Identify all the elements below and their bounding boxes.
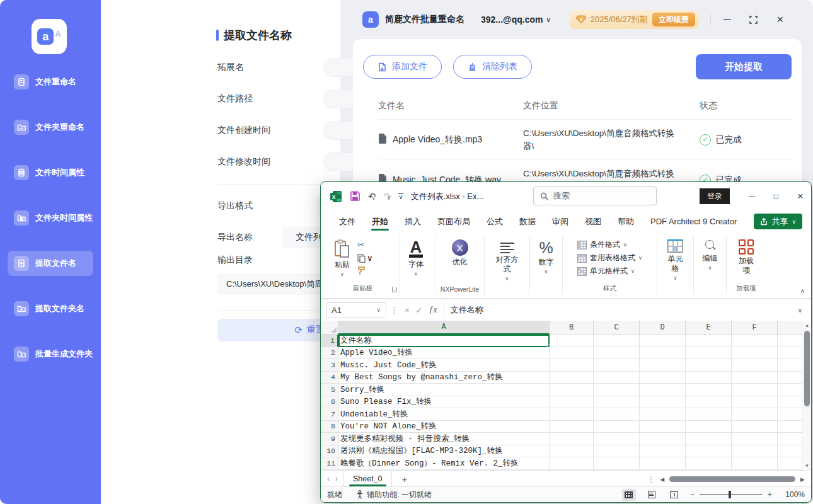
cut-button[interactable]: ✂ — [357, 240, 373, 249]
renew-button[interactable]: 立即续费 — [652, 13, 695, 26]
login-button[interactable]: 登录 — [700, 188, 730, 204]
cell-C5[interactable] — [594, 384, 640, 396]
cell-F1[interactable] — [732, 335, 778, 347]
font-button[interactable]: A 字体 ∨ — [404, 238, 428, 294]
tab-开始[interactable]: 开始 — [364, 210, 396, 232]
cell-E8[interactable] — [686, 421, 732, 433]
ribbon-collapse-icon[interactable]: ∧ — [800, 287, 805, 294]
sidebar-item-file-rename[interactable]: 文件重命名 — [8, 69, 93, 94]
start-extract-button[interactable]: 开始提取 — [696, 54, 792, 79]
cell-B11[interactable] — [550, 457, 594, 470]
copy-button[interactable]: ∨ — [357, 253, 373, 263]
cell-E1[interactable] — [686, 335, 732, 347]
row-header-11[interactable]: 11 — [321, 457, 338, 470]
cell-E11[interactable] — [686, 457, 732, 470]
cell-A9[interactable]: 发现更多精彩视频 - 抖音搜索_转换 — [338, 433, 550, 445]
cell-F11[interactable] — [732, 457, 778, 470]
cell-A8[interactable]: You're NOT Alone_转换 — [338, 421, 550, 433]
cell-B1[interactable] — [550, 335, 594, 347]
sheet-tab[interactable]: Sheet_0 — [343, 471, 392, 488]
scroll-down-icon[interactable]: ▼ — [802, 461, 812, 470]
cell-E2[interactable] — [686, 347, 732, 360]
cell-E6[interactable] — [686, 396, 732, 409]
sidebar-item-batch-create-folder[interactable]: 批量生成文件夹 — [8, 341, 93, 367]
name-box[interactable]: A1 ∨ — [326, 302, 386, 318]
sidebar-item-file-time[interactable]: 文件时间属性 — [8, 160, 93, 185]
dialog-launcher-icon[interactable] — [392, 287, 398, 292]
cell-D3[interactable] — [640, 359, 686, 372]
tab-审阅[interactable]: 审阅 — [544, 210, 577, 232]
cell-B10[interactable] — [550, 445, 594, 458]
tab-数据[interactable]: 数据 — [511, 210, 544, 232]
cell-D9[interactable] — [640, 433, 686, 445]
cell-A6[interactable]: Suno Please Fix_转换 — [338, 396, 550, 409]
cell-E7[interactable] — [686, 408, 732, 421]
vertical-scrollbar[interactable]: ▲ ▼ — [802, 321, 811, 470]
cell-C1[interactable] — [594, 335, 640, 347]
cell-C3[interactable] — [594, 359, 640, 372]
customize-toolbar-icon[interactable]: ∨ — [398, 193, 403, 200]
cell-D7[interactable] — [640, 408, 686, 421]
normal-view-button[interactable] — [622, 489, 636, 501]
excel-minimize-button[interactable]: ─ — [749, 192, 755, 202]
zoom-slider-handle[interactable] — [729, 491, 731, 498]
cell-E4[interactable] — [686, 372, 732, 384]
cell-F10[interactable] — [732, 445, 778, 458]
prev-sheet-icon[interactable]: ‹ — [327, 474, 330, 483]
style-button-0[interactable]: 条件格式∨ — [577, 239, 642, 250]
next-sheet-icon[interactable]: › — [335, 474, 338, 483]
zoom-in-button[interactable]: + — [768, 490, 772, 499]
row-header-7[interactable]: 7 — [321, 408, 338, 421]
cell-F4[interactable] — [732, 372, 778, 384]
cell-B6[interactable] — [550, 396, 594, 409]
page-layout-view-button[interactable] — [645, 489, 659, 501]
page-break-view-button[interactable] — [667, 489, 681, 501]
cell-A4[interactable]: My Best Songs by @nanashi_zero_转换 — [338, 372, 550, 384]
cell-E9[interactable] — [686, 433, 732, 445]
cell-A5[interactable]: Sorry_转换 — [338, 384, 550, 396]
tab-PDF Architect 9 Creator[interactable]: PDF Architect 9 Creator — [642, 210, 745, 232]
cell-B9[interactable] — [550, 433, 594, 445]
formula-value[interactable]: 文件名称 — [444, 302, 794, 318]
excel-close-button[interactable]: × — [797, 190, 804, 203]
table-row[interactable]: Apple Video_转换.mp3C:\Users\XU\Desktop\简鹿… — [378, 120, 792, 160]
cell-A1[interactable]: 文件名称 — [338, 335, 550, 347]
add-files-button[interactable]: 添加文件 — [363, 55, 442, 79]
cell-F8[interactable] — [732, 421, 778, 433]
column-header-D[interactable]: D — [640, 321, 686, 335]
row-header-1[interactable]: 1 — [321, 335, 338, 347]
cell-D5[interactable] — [640, 384, 686, 396]
style-button-2[interactable]: 单元格样式∨ — [577, 266, 642, 277]
cell-D4[interactable] — [640, 372, 686, 384]
cell-F7[interactable] — [732, 408, 778, 421]
sidebar-item-folder-rename[interactable]: 文件夹重命名 — [8, 115, 93, 140]
fullscreen-button[interactable] — [749, 14, 759, 25]
redo-button[interactable]: ↷∨ — [383, 191, 391, 202]
add-sheet-button[interactable]: + — [402, 474, 408, 484]
cell-C4[interactable] — [594, 372, 640, 384]
cell-C8[interactable] — [594, 421, 640, 433]
cell-A7[interactable]: Undeniable_转换 — [338, 408, 550, 421]
tab-公式[interactable]: 公式 — [478, 210, 511, 232]
horizontal-scroll-thumb[interactable] — [669, 476, 795, 482]
column-header-F[interactable]: F — [732, 321, 778, 335]
row-header-9[interactable]: 9 — [321, 433, 338, 445]
cell-B3[interactable] — [550, 359, 594, 372]
tab-页面布局[interactable]: 页面布局 — [429, 210, 478, 232]
format-painter-button[interactable] — [357, 266, 373, 275]
minimize-button[interactable]: ─ — [722, 14, 732, 25]
undo-button[interactable]: ↶∨ — [368, 191, 376, 202]
save-icon[interactable] — [350, 191, 360, 202]
column-header-B[interactable]: B — [550, 321, 594, 335]
cell-D11[interactable] — [640, 457, 686, 470]
row-header-8[interactable]: 8 — [321, 421, 338, 433]
cell-B2[interactable] — [550, 347, 594, 360]
tab-插入[interactable]: 插入 — [396, 210, 429, 232]
editing-button[interactable]: 编辑 ∨ — [698, 238, 722, 294]
cells-button[interactable]: 单元格 ∨ — [661, 238, 689, 294]
cell-B5[interactable] — [550, 384, 594, 396]
cell-F3[interactable] — [732, 359, 778, 372]
column-header-C[interactable]: C — [594, 321, 640, 335]
row-header-3[interactable]: 3 — [321, 359, 338, 372]
cell-A2[interactable]: Apple Video_转换 — [338, 347, 550, 360]
